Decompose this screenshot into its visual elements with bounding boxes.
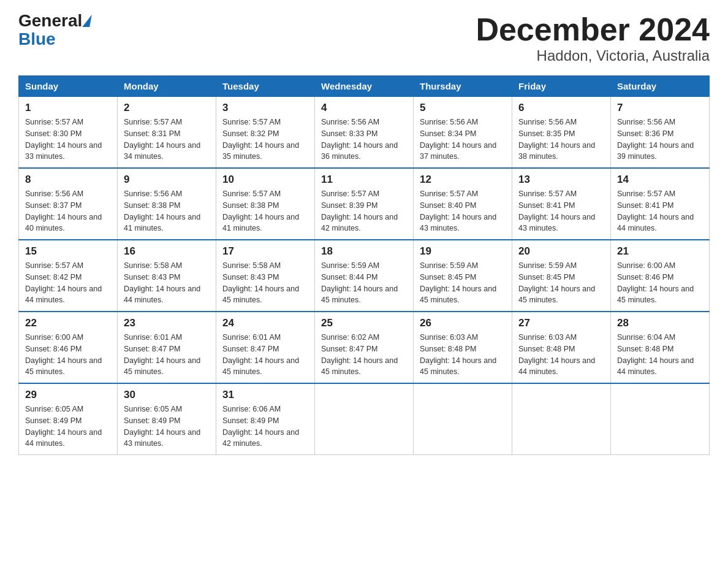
calendar-cell: 17 Sunrise: 5:58 AM Sunset: 8:43 PM Dayl… [216, 240, 315, 312]
day-number: 14 [617, 174, 703, 186]
col-sunday: Sunday [19, 76, 118, 97]
day-info: Sunrise: 5:57 AM Sunset: 8:40 PM Dayligh… [420, 188, 506, 234]
calendar-week-row: 1 Sunrise: 5:57 AM Sunset: 8:30 PM Dayli… [19, 97, 710, 169]
day-number: 30 [124, 389, 210, 401]
day-number: 21 [617, 245, 703, 258]
day-info: Sunrise: 6:01 AM Sunset: 8:47 PM Dayligh… [124, 332, 210, 378]
logo-arrow-icon [83, 15, 93, 27]
day-info: Sunrise: 6:01 AM Sunset: 8:47 PM Dayligh… [222, 332, 308, 378]
day-number: 31 [222, 389, 308, 401]
day-number: 5 [420, 102, 506, 114]
col-thursday: Thursday [414, 76, 512, 97]
page-header: General Blue December 2024 Haddon, Victo… [18, 12, 710, 64]
calendar-cell: 1 Sunrise: 5:57 AM Sunset: 8:30 PM Dayli… [19, 97, 118, 169]
day-info: Sunrise: 6:00 AM Sunset: 8:46 PM Dayligh… [617, 260, 703, 306]
calendar-cell: 8 Sunrise: 5:56 AM Sunset: 8:37 PM Dayli… [19, 168, 118, 240]
calendar-title: December 2024 [476, 12, 710, 47]
day-info: Sunrise: 5:56 AM Sunset: 8:38 PM Dayligh… [124, 188, 210, 234]
day-info: Sunrise: 6:00 AM Sunset: 8:46 PM Dayligh… [25, 332, 111, 378]
day-info: Sunrise: 5:57 AM Sunset: 8:41 PM Dayligh… [518, 188, 604, 234]
day-info: Sunrise: 5:57 AM Sunset: 8:32 PM Dayligh… [222, 117, 308, 163]
day-info: Sunrise: 6:05 AM Sunset: 8:49 PM Dayligh… [124, 404, 210, 450]
day-number: 6 [518, 102, 604, 114]
calendar-week-row: 15 Sunrise: 5:57 AM Sunset: 8:42 PM Dayl… [19, 240, 710, 312]
calendar-week-row: 22 Sunrise: 6:00 AM Sunset: 8:46 PM Dayl… [19, 312, 710, 383]
calendar-cell [512, 383, 611, 455]
day-info: Sunrise: 5:57 AM Sunset: 8:41 PM Dayligh… [617, 188, 703, 234]
day-number: 29 [25, 389, 111, 401]
calendar-cell: 3 Sunrise: 5:57 AM Sunset: 8:32 PM Dayli… [216, 97, 315, 169]
day-number: 10 [222, 174, 308, 186]
calendar-cell: 5 Sunrise: 5:56 AM Sunset: 8:34 PM Dayli… [414, 97, 512, 169]
calendar-cell: 14 Sunrise: 5:57 AM Sunset: 8:41 PM Dayl… [611, 168, 710, 240]
logo-general: General [18, 12, 82, 29]
calendar-cell: 11 Sunrise: 5:57 AM Sunset: 8:39 PM Dayl… [315, 168, 414, 240]
calendar-cell: 28 Sunrise: 6:04 AM Sunset: 8:48 PM Dayl… [611, 312, 710, 383]
day-info: Sunrise: 6:06 AM Sunset: 8:49 PM Dayligh… [222, 404, 308, 450]
calendar-table: Sunday Monday Tuesday Wednesday Thursday… [18, 75, 710, 455]
calendar-cell [611, 383, 710, 455]
calendar-cell: 6 Sunrise: 5:56 AM Sunset: 8:35 PM Dayli… [512, 97, 611, 169]
title-section: December 2024 Haddon, Victoria, Australi… [476, 12, 710, 64]
day-number: 17 [222, 245, 308, 258]
calendar-cell: 31 Sunrise: 6:06 AM Sunset: 8:49 PM Dayl… [216, 383, 315, 455]
day-number: 13 [518, 174, 604, 186]
day-info: Sunrise: 5:57 AM Sunset: 8:30 PM Dayligh… [25, 117, 111, 163]
col-wednesday: Wednesday [315, 76, 414, 97]
day-info: Sunrise: 6:03 AM Sunset: 8:48 PM Dayligh… [518, 332, 604, 378]
day-info: Sunrise: 5:56 AM Sunset: 8:35 PM Dayligh… [518, 117, 604, 163]
day-info: Sunrise: 5:58 AM Sunset: 8:43 PM Dayligh… [124, 260, 210, 306]
calendar-cell: 12 Sunrise: 5:57 AM Sunset: 8:40 PM Dayl… [414, 168, 512, 240]
calendar-cell [414, 383, 512, 455]
day-number: 24 [222, 317, 308, 329]
day-info: Sunrise: 5:59 AM Sunset: 8:44 PM Dayligh… [321, 260, 407, 306]
day-number: 11 [321, 174, 407, 186]
logo-blue: Blue [18, 31, 56, 48]
calendar-cell: 25 Sunrise: 6:02 AM Sunset: 8:47 PM Dayl… [315, 312, 414, 383]
day-info: Sunrise: 6:02 AM Sunset: 8:47 PM Dayligh… [321, 332, 407, 378]
day-info: Sunrise: 5:59 AM Sunset: 8:45 PM Dayligh… [518, 260, 604, 306]
day-number: 4 [321, 102, 407, 114]
day-info: Sunrise: 5:56 AM Sunset: 8:37 PM Dayligh… [25, 188, 111, 234]
logo: General Blue [18, 12, 91, 48]
day-info: Sunrise: 5:56 AM Sunset: 8:34 PM Dayligh… [420, 117, 506, 163]
day-number: 1 [25, 102, 111, 114]
calendar-cell: 30 Sunrise: 6:05 AM Sunset: 8:49 PM Dayl… [118, 383, 216, 455]
calendar-cell: 29 Sunrise: 6:05 AM Sunset: 8:49 PM Dayl… [19, 383, 118, 455]
day-number: 25 [321, 317, 407, 329]
calendar-cell: 4 Sunrise: 5:56 AM Sunset: 8:33 PM Dayli… [315, 97, 414, 169]
day-number: 12 [420, 174, 506, 186]
calendar-cell: 24 Sunrise: 6:01 AM Sunset: 8:47 PM Dayl… [216, 312, 315, 383]
col-friday: Friday [512, 76, 611, 97]
calendar-week-row: 29 Sunrise: 6:05 AM Sunset: 8:49 PM Dayl… [19, 383, 710, 455]
day-info: Sunrise: 5:59 AM Sunset: 8:45 PM Dayligh… [420, 260, 506, 306]
calendar-cell: 21 Sunrise: 6:00 AM Sunset: 8:46 PM Dayl… [611, 240, 710, 312]
calendar-cell: 18 Sunrise: 5:59 AM Sunset: 8:44 PM Dayl… [315, 240, 414, 312]
col-tuesday: Tuesday [216, 76, 315, 97]
day-number: 23 [124, 317, 210, 329]
day-info: Sunrise: 5:57 AM Sunset: 8:31 PM Dayligh… [124, 117, 210, 163]
day-info: Sunrise: 5:56 AM Sunset: 8:36 PM Dayligh… [617, 117, 703, 163]
day-number: 2 [124, 102, 210, 114]
calendar-cell: 13 Sunrise: 5:57 AM Sunset: 8:41 PM Dayl… [512, 168, 611, 240]
day-number: 3 [222, 102, 308, 114]
day-info: Sunrise: 6:03 AM Sunset: 8:48 PM Dayligh… [420, 332, 506, 378]
day-number: 16 [124, 245, 210, 258]
calendar-cell: 19 Sunrise: 5:59 AM Sunset: 8:45 PM Dayl… [414, 240, 512, 312]
calendar-cell: 26 Sunrise: 6:03 AM Sunset: 8:48 PM Dayl… [414, 312, 512, 383]
calendar-cell: 15 Sunrise: 5:57 AM Sunset: 8:42 PM Dayl… [19, 240, 118, 312]
calendar-subtitle: Haddon, Victoria, Australia [476, 47, 710, 64]
day-info: Sunrise: 5:57 AM Sunset: 8:39 PM Dayligh… [321, 188, 407, 234]
day-info: Sunrise: 5:56 AM Sunset: 8:33 PM Dayligh… [321, 117, 407, 163]
day-number: 20 [518, 245, 604, 258]
calendar-cell: 7 Sunrise: 5:56 AM Sunset: 8:36 PM Dayli… [611, 97, 710, 169]
calendar-cell: 9 Sunrise: 5:56 AM Sunset: 8:38 PM Dayli… [118, 168, 216, 240]
day-number: 19 [420, 245, 506, 258]
day-info: Sunrise: 5:58 AM Sunset: 8:43 PM Dayligh… [222, 260, 308, 306]
day-number: 9 [124, 174, 210, 186]
calendar-cell: 22 Sunrise: 6:00 AM Sunset: 8:46 PM Dayl… [19, 312, 118, 383]
day-number: 27 [518, 317, 604, 329]
day-info: Sunrise: 5:57 AM Sunset: 8:38 PM Dayligh… [222, 188, 308, 234]
col-saturday: Saturday [611, 76, 710, 97]
calendar-cell: 16 Sunrise: 5:58 AM Sunset: 8:43 PM Dayl… [118, 240, 216, 312]
